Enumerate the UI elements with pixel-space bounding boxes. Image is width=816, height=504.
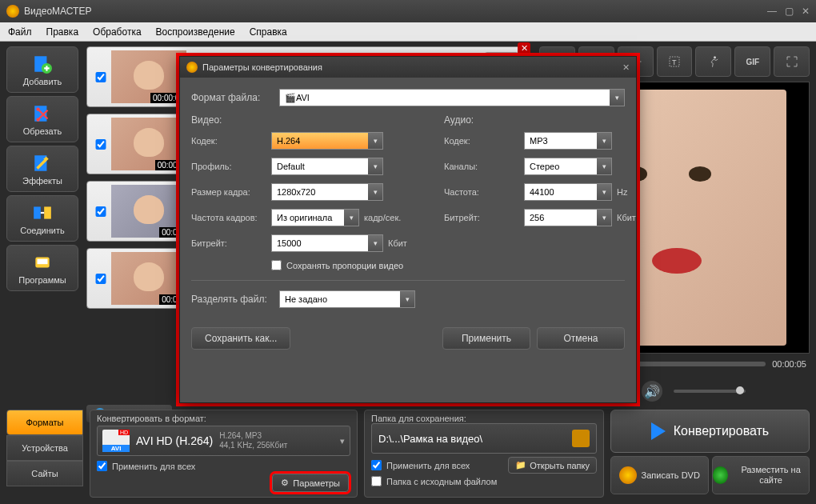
titlebar: ВидеоМАСТЕР — ▢ ✕ [0,0,816,22]
file-format-combo[interactable]: 🎬 AVI▾ [279,89,625,106]
menu-playback[interactable]: Воспроизведение [156,26,235,38]
format-tabs: Форматы Устройства Сайты [6,410,83,498]
dialog-icon [186,62,198,73]
tab-devices[interactable]: Устройства [6,435,83,461]
programs-icon [32,252,53,273]
frame-size-combo[interactable]: 1280x720▾ [271,183,383,201]
chevron-down-icon[interactable]: ▾ [368,235,382,251]
clip-checkbox[interactable] [95,72,106,82]
chevron-down-icon[interactable]: ▾ [344,210,358,226]
browse-folder-button[interactable] [572,430,590,447]
audio-channels-combo[interactable]: Стерео▾ [524,158,612,175]
time-display: 00:00:05 [772,359,806,369]
dialog-titlebar: Параметры конвертирования ✕ [180,57,636,78]
dialog-close-button[interactable]: ✕ [622,62,630,73]
audio-bitrate-combo[interactable]: 256▾ [524,209,612,226]
conversion-params-dialog: Параметры конвертирования ✕ Формат файла… [179,56,637,403]
svg-point-3 [36,107,39,110]
split-file-combo[interactable]: Не задано▾ [279,290,415,308]
audio-freq-combo[interactable]: 44100▾ [524,183,612,201]
clip-checkbox[interactable] [95,274,106,284]
svg-rect-9 [38,258,48,264]
left-toolbar: Добавить Обрезать Эффекты Соединить Прог… [6,46,78,291]
fullscreen-tool[interactable] [774,46,810,77]
close-button[interactable]: ✕ [802,6,810,17]
source-folder-checkbox[interactable] [371,476,382,486]
chevron-down-icon[interactable]: ▾ [368,158,382,174]
save-as-button[interactable]: Сохранить как... [191,327,290,350]
open-folder-button[interactable]: 📁Открыть папку [508,457,597,474]
format-icon: AVIHD [102,430,130,452]
scissors-icon [32,103,53,124]
video-codec-combo[interactable]: H.264▾ [271,132,383,150]
clip-checkbox[interactable] [95,206,106,217]
menu-edit[interactable]: Правка [46,26,79,38]
wand-icon [32,153,53,174]
fps-combo[interactable]: Из оригинала▾ [271,209,359,226]
gif-tool[interactable]: GIF [734,46,770,77]
join-icon [32,202,53,223]
folder-selector[interactable]: D:\...\Рамка на видео\ [371,423,597,454]
globe-icon [713,466,729,484]
folder-icon: 📁 [515,460,526,470]
app-title: ВидеоМАСТЕР [24,6,91,17]
clip-checkbox[interactable] [95,139,106,150]
folder-apply-all-checkbox[interactable] [371,460,382,470]
fullscreen-icon [785,54,799,69]
action-panel: Конвертировать Записать DVD Разместить н… [610,410,810,498]
disc-icon [619,466,637,484]
add-button[interactable]: Добавить [6,46,78,93]
chevron-down-icon[interactable]: ▾ [597,184,611,200]
clip-thumbnail[interactable]: 00:00:1 [111,118,186,170]
chevron-down-icon[interactable]: ▾ [368,184,382,200]
tab-formats[interactable]: Форматы [6,410,83,435]
video-group: Видео: Кодек:H.264▾ Профиль:Default▾ Раз… [191,114,428,270]
keep-aspect-checkbox[interactable] [271,260,282,270]
chevron-down-icon[interactable]: ▾ [597,210,611,226]
menu-process[interactable]: Обработка [93,26,142,38]
maximize-button[interactable]: ▢ [785,6,794,17]
minimize-button[interactable]: — [767,6,777,17]
clip-thumbnail[interactable]: 00:00: [111,252,186,305]
speed-tool[interactable] [695,46,731,77]
video-profile-combo[interactable]: Default▾ [271,158,383,175]
audio-codec-combo[interactable]: MP3▾ [524,132,612,150]
tab-sites[interactable]: Сайты [6,461,83,486]
chevron-down-icon[interactable]: ▾ [597,158,611,174]
apply-all-checkbox[interactable] [97,461,107,471]
app-icon [6,5,19,18]
bottom-panel: Форматы Устройства Сайты Конвертировать … [6,410,810,498]
chevron-down-icon[interactable]: ▾ [597,133,611,149]
clip-thumbnail[interactable]: 00:00: [111,185,186,238]
publish-button[interactable]: Разместить на сайте [712,456,810,494]
text-icon: T [667,54,682,69]
effects-button[interactable]: Эффекты [6,146,78,192]
gear-icon: ⚙ [281,478,289,488]
chevron-down-icon[interactable]: ▾ [340,436,345,446]
chevron-down-icon[interactable]: ▾ [610,90,624,106]
text-tool[interactable]: T [657,46,693,77]
audio-group: Аудио: Кодек:MP3▾ Каналы:Стерео▾ Частота… [444,114,657,270]
params-button[interactable]: ⚙ Параметры [272,474,349,492]
menubar: Файл Правка Обработка Воспроизведение Сп… [0,22,816,42]
chevron-down-icon[interactable]: ▾ [400,291,414,307]
video-bitrate-combo[interactable]: 15000▾ [271,234,383,252]
volume-slider[interactable] [674,390,746,393]
volume-button[interactable]: 🔊 [642,381,662,402]
cut-button[interactable]: Обрезать [6,96,78,142]
svg-point-15 [714,56,716,58]
convert-arrow-icon [651,422,666,440]
gif-icon: GIF [746,58,759,66]
apply-button[interactable]: Применить [442,327,530,350]
programs-button[interactable]: Программы [6,245,78,291]
format-selector[interactable]: AVIHD AVI HD (H.264) H.264, MP344,1 KHz,… [97,426,350,456]
menu-file[interactable]: Файл [8,26,32,38]
menu-help[interactable]: Справка [250,26,287,38]
svg-rect-7 [44,206,51,218]
cancel-button[interactable]: Отмена [537,327,625,350]
chevron-down-icon[interactable]: ▾ [368,133,382,149]
burn-dvd-button[interactable]: Записать DVD [610,456,709,494]
convert-button[interactable]: Конвертировать [610,410,810,453]
join-button[interactable]: Соединить [6,195,78,242]
clip-thumbnail[interactable]: 00:00:05 [111,50,186,103]
